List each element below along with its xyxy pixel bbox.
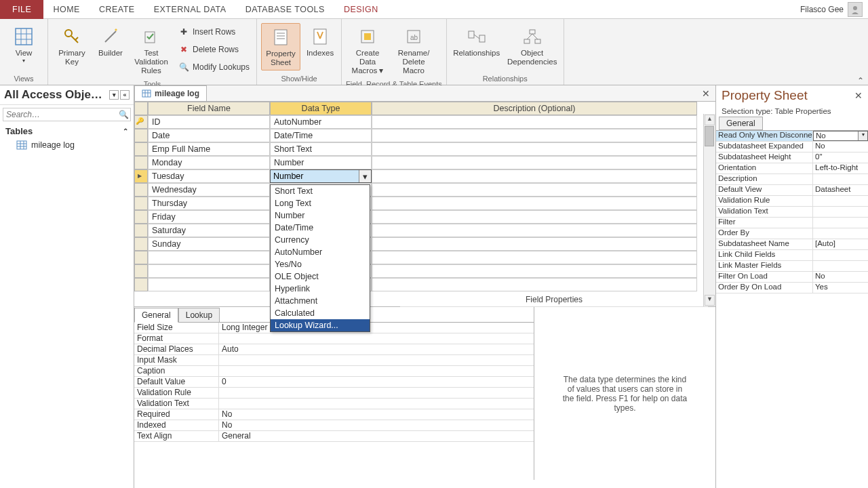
description-cell[interactable]	[372, 169, 697, 183]
insert-rows-button[interactable]: ✚Insert Rows	[178, 24, 250, 39]
row-selector[interactable]	[134, 264, 148, 278]
data-type-option[interactable]: Long Text	[271, 197, 370, 209]
fp-tab-lookup[interactable]: Lookup	[178, 308, 220, 323]
description-cell[interactable]	[372, 264, 697, 278]
create-data-macros-button[interactable]: Create Data Macros ▾	[346, 23, 389, 79]
data-type-option[interactable]: Attachment	[271, 295, 370, 307]
property-row[interactable]: Subdatasheet Name[Auto]	[716, 239, 868, 250]
description-cell[interactable]	[372, 142, 697, 156]
property-row[interactable]: Default ViewDatasheet	[716, 185, 868, 196]
property-row[interactable]: OrientationLeft-to-Right	[716, 163, 868, 174]
field-name-cell[interactable]: Emp Full Name	[148, 142, 270, 156]
modify-lookups-button[interactable]: 🔍Modify Lookups	[178, 60, 250, 75]
fp-tab-general[interactable]: General	[134, 308, 178, 323]
data-type-option[interactable]: AutoNumber	[271, 246, 370, 258]
property-row[interactable]: Validation Rule	[716, 196, 868, 207]
description-cell[interactable]	[372, 278, 697, 291]
indexes-button[interactable]: Indexes	[303, 23, 337, 60]
property-row[interactable]: Validation Text	[716, 207, 868, 218]
data-type-input[interactable]	[271, 170, 359, 182]
description-cell[interactable]	[372, 224, 697, 237]
description-cell[interactable]	[372, 210, 697, 224]
field-name-cell[interactable]	[148, 264, 270, 278]
collapse-ribbon-icon[interactable]: ⌃	[857, 76, 864, 85]
field-property-row[interactable]: Text AlignGeneral	[134, 431, 534, 442]
description-cell[interactable]	[372, 156, 697, 169]
tab-home[interactable]: HOME	[43, 0, 90, 19]
field-property-row[interactable]: Input Mask	[134, 355, 534, 366]
scroll-thumb[interactable]	[705, 126, 714, 146]
description-header[interactable]: Description (Optional)	[372, 102, 697, 115]
tab-database-tools[interactable]: DATABASE TOOLS	[236, 0, 334, 19]
rename-delete-macro-button[interactable]: ab Rename/ Delete Macro	[392, 23, 435, 79]
dropdown-button[interactable]: ▾	[359, 170, 371, 182]
property-sheet-button[interactable]: Property Sheet	[261, 23, 300, 70]
property-row[interactable]: Order By	[716, 228, 868, 239]
field-property-row[interactable]: Validation Text	[134, 399, 534, 409]
property-row[interactable]: Subdatasheet Height0"	[716, 152, 868, 163]
row-selector[interactable]	[134, 278, 148, 291]
document-tab[interactable]: mileage log	[134, 85, 207, 101]
data-type-option[interactable]: Calculated	[271, 307, 370, 319]
data-type-option[interactable]: Hyperlink	[271, 283, 370, 295]
property-row[interactable]: Description	[716, 174, 868, 185]
data-type-option[interactable]: Lookup Wizard...	[271, 319, 370, 331]
row-selector[interactable]	[134, 129, 148, 142]
data-type-cell[interactable]: Short Text	[270, 142, 372, 156]
view-button[interactable]: View ▾	[4, 23, 43, 66]
row-selector[interactable]	[134, 183, 148, 197]
nav-item-mileage-log[interactable]: mileage log	[0, 138, 134, 152]
field-name-cell[interactable]: Tuesday	[148, 169, 270, 183]
row-selector[interactable]	[134, 142, 148, 156]
field-name-cell[interactable]: Monday	[148, 156, 270, 169]
row-selector[interactable]	[134, 224, 148, 237]
data-type-option[interactable]: Short Text	[271, 185, 370, 197]
builder-button[interactable]: Builder	[94, 23, 127, 60]
tab-file[interactable]: FILE	[0, 0, 43, 19]
primary-key-button[interactable]: Primary Key	[52, 23, 92, 69]
scroll-up-icon[interactable]: ▲	[705, 115, 715, 125]
dropdown-icon[interactable]: ▾	[858, 131, 867, 140]
field-property-row[interactable]: IndexedNo	[134, 420, 534, 431]
row-selector[interactable]	[134, 251, 148, 264]
field-name-cell[interactable]: Wednesday	[148, 183, 270, 197]
description-cell[interactable]	[372, 197, 697, 210]
field-name-cell[interactable]: Saturday	[148, 224, 270, 237]
property-row[interactable]: Link Master Fields	[716, 261, 868, 272]
data-type-header[interactable]: Data Type	[270, 102, 372, 115]
field-name-cell[interactable]: Sunday	[148, 237, 270, 251]
description-cell[interactable]	[372, 129, 697, 142]
tab-external-data[interactable]: EXTERNAL DATA	[144, 0, 236, 19]
corner-header[interactable]	[134, 102, 148, 115]
ps-tab-general[interactable]: General	[719, 117, 763, 130]
field-property-row[interactable]: RequiredNo	[134, 409, 534, 420]
description-cell[interactable]	[372, 183, 697, 197]
data-type-option[interactable]: Number	[271, 209, 370, 222]
field-property-row[interactable]: Format	[134, 333, 534, 344]
field-property-row[interactable]: Default Value0	[134, 377, 534, 388]
field-name-cell[interactable]: ID	[148, 115, 270, 129]
field-name-cell[interactable]	[148, 278, 270, 291]
object-dependencies-button[interactable]: Object Dependencies	[505, 23, 559, 69]
property-row[interactable]: Link Child Fields	[716, 250, 868, 261]
tab-create[interactable]: CREATE	[90, 0, 144, 19]
property-row[interactable]: Filter	[716, 218, 868, 228]
data-type-option[interactable]: OLE Object	[271, 270, 370, 283]
data-type-option[interactable]: Yes/No	[271, 258, 370, 270]
row-selector[interactable]	[134, 237, 148, 251]
vertical-scrollbar[interactable]: ▲ ▼	[703, 114, 715, 306]
test-validation-button[interactable]: Test Validation Rules	[130, 23, 173, 79]
row-selector[interactable]	[134, 210, 148, 224]
row-selector[interactable]	[134, 197, 148, 210]
data-type-option[interactable]: Date/Time	[271, 222, 370, 234]
field-property-row[interactable]: Validation Rule	[134, 388, 534, 399]
field-property-row[interactable]: Caption	[134, 366, 534, 377]
description-cell[interactable]	[372, 237, 697, 251]
relationships-button[interactable]: Relationships	[451, 23, 502, 60]
data-type-cell[interactable]: Number	[270, 156, 372, 169]
search-input[interactable]	[3, 108, 117, 121]
property-row[interactable]: Read Only When DisconnectNo▾	[716, 131, 868, 142]
property-row[interactable]: Filter On LoadNo	[716, 272, 868, 283]
field-name-cell[interactable]: Friday	[148, 210, 270, 224]
field-name-cell[interactable]	[148, 251, 270, 264]
